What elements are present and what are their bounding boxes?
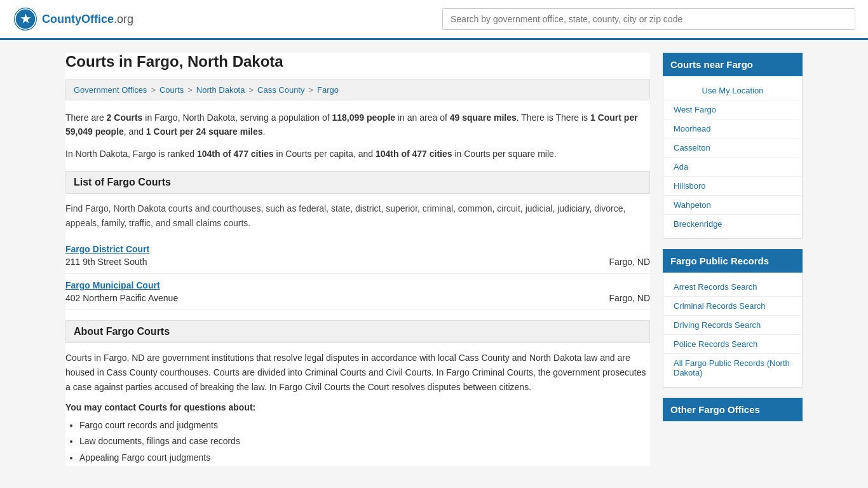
logo-text: CountyOffice.org <box>42 13 133 26</box>
court-address-2: 402 Northern Pacific Avenue <box>65 293 178 303</box>
content-area: Courts in Fargo, North Dakota Government… <box>65 53 650 466</box>
court-name-1[interactable]: Fargo District Court <box>65 244 149 254</box>
logo-icon: ★ <box>13 6 38 32</box>
sidebar-link-moorhead[interactable]: Moorhead <box>663 119 802 139</box>
stats-line1-end: . <box>263 126 266 137</box>
page-title: Courts in Fargo, North Dakota <box>65 53 650 71</box>
stats-line1-there: There is <box>556 112 590 123</box>
breadcrumb-sep-3: > <box>248 85 254 95</box>
bullet-item-2: Law documents, filings and case records <box>79 433 650 449</box>
search-bar <box>442 8 855 30</box>
public-records-header: Fargo Public Records <box>663 249 803 273</box>
stats-population: 118,099 people <box>332 112 395 123</box>
sidebar-link-hillsboro[interactable]: Hillsboro <box>663 177 802 196</box>
stats-count: 2 Courts <box>107 112 143 123</box>
breadcrumb-fargo[interactable]: Fargo <box>317 85 339 95</box>
other-offices-section: Other Fargo Offices <box>663 398 803 421</box>
breadcrumb: Government Offices > Courts > North Dako… <box>65 79 650 100</box>
sidebar-link-wahpeton[interactable]: Wahpeton <box>663 196 802 215</box>
use-my-location-link[interactable]: Use My Location <box>663 81 802 100</box>
breadcrumb-cass-county[interactable]: Cass County <box>257 85 304 95</box>
stats-line2-end: in Courts per square mile. <box>452 149 557 159</box>
public-records-body: Arrest Records Search Criminal Records S… <box>663 273 803 388</box>
header: ★ CountyOffice.org <box>0 0 868 40</box>
list-section-header: List of Fargo Courts <box>65 171 650 194</box>
courts-near-section: Courts near Fargo Use My Location West F… <box>663 53 803 239</box>
stats-area: 49 square miles <box>450 112 517 123</box>
breadcrumb-sep-1: > <box>151 85 156 95</box>
stats-line2-mid: in Courts per capita, and <box>274 149 376 159</box>
sidebar-link-west-fargo[interactable]: West Fargo <box>663 100 802 119</box>
sidebar: Courts near Fargo Use My Location West F… <box>663 53 803 466</box>
breadcrumb-sep-4: > <box>308 85 313 95</box>
sidebar-link-breckenridge[interactable]: Breckenridge <box>663 215 802 233</box>
court-city-state-2: Fargo, ND <box>609 293 650 303</box>
stats-line1-post: . There is <box>517 112 556 123</box>
contact-header: You may contact Courts for questions abo… <box>65 402 650 412</box>
breadcrumb-courts[interactable]: Courts <box>159 85 184 95</box>
stats-per-sqmi: 1 Court per 24 square miles <box>146 126 263 137</box>
sidebar-link-criminal-records[interactable]: Criminal Records Search <box>663 297 802 316</box>
court-name-2[interactable]: Fargo Municipal Court <box>65 280 160 290</box>
stats-rank-capita: 104th of 477 cities <box>197 149 274 159</box>
sidebar-link-casselton[interactable]: Casselton <box>663 139 802 158</box>
sidebar-link-arrest-records[interactable]: Arrest Records Search <box>663 278 802 297</box>
other-offices-header: Other Fargo Offices <box>663 398 803 421</box>
stats-line1-mid2: in an area of <box>395 112 450 123</box>
about-section-header: About Fargo Courts <box>65 320 650 343</box>
breadcrumb-sep-2: > <box>187 85 193 95</box>
bullet-list: Fargo court records and judgments Law do… <box>65 417 650 466</box>
stats-block: There are 2 Courts in Fargo, North Dakot… <box>65 111 650 139</box>
list-section-desc: Find Fargo, North Dakota courts and cour… <box>65 201 650 230</box>
court-item-2: Fargo Municipal Court 402 Northern Pacif… <box>65 274 650 310</box>
courts-near-body: Use My Location West Fargo Moorhead Cass… <box>663 76 803 239</box>
stats-line2-pre: In North Dakota, Fargo is ranked <box>65 149 197 159</box>
court-city-state-1: Fargo, ND <box>609 257 650 267</box>
main-container: Courts in Fargo, North Dakota Government… <box>53 40 815 478</box>
about-body: Courts in Fargo, ND are government insti… <box>65 351 650 395</box>
sidebar-link-all-public-records[interactable]: All Fargo Public Records (North Dakota) <box>663 354 802 382</box>
stats-block-2: In North Dakota, Fargo is ranked 104th o… <box>65 147 650 161</box>
court-item-1: Fargo District Court 211 9th Street Sout… <box>65 238 650 274</box>
stats-rank-sqmi: 104th of 477 cities <box>376 149 452 159</box>
stats-line1-pre: There are <box>65 112 107 123</box>
courts-near-header: Courts near Fargo <box>663 53 803 76</box>
court-details-2: 402 Northern Pacific Avenue Fargo, ND <box>65 293 650 303</box>
public-records-section: Fargo Public Records Arrest Records Sear… <box>663 249 803 388</box>
breadcrumb-north-dakota[interactable]: North Dakota <box>196 85 245 95</box>
bullet-item-1: Fargo court records and judgments <box>79 417 650 433</box>
bullet-item-3: Appealing Fargo court judgments <box>79 450 650 466</box>
stats-line1-mid3: , and <box>124 126 146 137</box>
sidebar-link-driving-records[interactable]: Driving Records Search <box>663 316 802 335</box>
sidebar-link-ada[interactable]: Ada <box>663 158 802 177</box>
logo-area: ★ CountyOffice.org <box>13 6 133 32</box>
court-details-1: 211 9th Street South Fargo, ND <box>65 257 650 267</box>
search-input[interactable] <box>442 8 855 30</box>
breadcrumb-government-offices[interactable]: Government Offices <box>74 85 147 95</box>
court-address-1: 211 9th Street South <box>65 257 147 267</box>
stats-line1-mid: in Fargo, North Dakota, serving a popula… <box>142 112 332 123</box>
svg-text:★: ★ <box>20 13 31 25</box>
sidebar-link-police-records[interactable]: Police Records Search <box>663 335 802 354</box>
